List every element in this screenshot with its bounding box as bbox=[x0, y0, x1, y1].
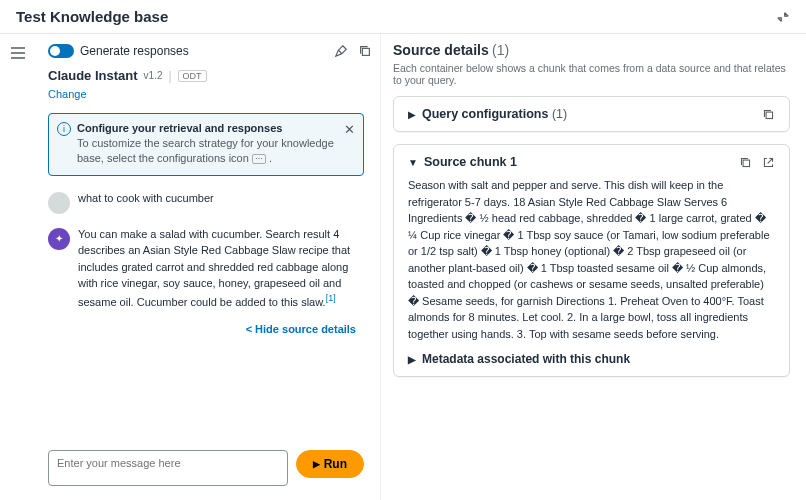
change-model-link[interactable]: Change bbox=[48, 88, 87, 100]
external-link-icon[interactable] bbox=[762, 156, 775, 169]
chevron-right-icon: ▶ bbox=[408, 109, 416, 120]
source-chunk-header[interactable]: ▼ Source chunk 1 bbox=[408, 155, 775, 169]
svg-rect-2 bbox=[743, 160, 750, 167]
broom-icon[interactable] bbox=[334, 44, 348, 58]
user-avatar bbox=[48, 192, 70, 214]
query-config-header[interactable]: ▶ Query configurations (1) bbox=[408, 107, 775, 121]
info-icon: i bbox=[57, 122, 71, 136]
info-title: Configure your retrieval and responses bbox=[77, 122, 337, 134]
generate-label: Generate responses bbox=[80, 44, 189, 58]
info-banner: i ✕ Configure your retrieval and respons… bbox=[48, 113, 364, 176]
svg-rect-1 bbox=[766, 112, 773, 119]
metadata-title: Metadata associated with this chunk bbox=[422, 352, 630, 366]
source-chunk-title: Source chunk 1 bbox=[424, 155, 733, 169]
source-details-title: Source details bbox=[393, 42, 489, 58]
metadata-header[interactable]: ▶ Metadata associated with this chunk bbox=[408, 352, 775, 366]
citation-link[interactable]: [1] bbox=[326, 293, 336, 303]
source-details-count: (1) bbox=[492, 42, 509, 58]
model-tag: ODT bbox=[178, 70, 207, 82]
copy-icon[interactable] bbox=[762, 108, 775, 121]
message-input[interactable] bbox=[48, 450, 288, 486]
info-text: To customize the search strategy for you… bbox=[77, 136, 337, 167]
page-title: Test Knowledge base bbox=[16, 8, 168, 25]
query-config-title: Query configurations bbox=[422, 107, 548, 121]
close-icon[interactable]: ✕ bbox=[344, 122, 355, 137]
query-config-count: (1) bbox=[552, 107, 567, 121]
copy-icon[interactable] bbox=[739, 156, 752, 169]
user-message: what to cook with cucumber bbox=[78, 190, 214, 214]
chevron-right-icon: ▶ bbox=[408, 354, 416, 365]
generate-toggle[interactable] bbox=[48, 44, 74, 58]
chunk-body-text: Season with salt and pepper and serve. T… bbox=[408, 177, 775, 342]
source-details-subtitle: Each container below shows a chunk that … bbox=[393, 62, 790, 86]
hide-source-link[interactable]: < Hide source details bbox=[246, 323, 356, 335]
collapse-icon[interactable] bbox=[776, 10, 790, 24]
bot-message: You can make a salad with cucumber. Sear… bbox=[78, 226, 364, 310]
config-dots-icon: ⋯ bbox=[252, 154, 266, 164]
hamburger-icon[interactable] bbox=[10, 46, 30, 60]
chevron-down-icon: ▼ bbox=[408, 157, 418, 168]
run-button[interactable]: Run bbox=[296, 450, 364, 478]
model-name: Claude Instant bbox=[48, 68, 138, 83]
svg-rect-0 bbox=[362, 48, 369, 55]
model-version: v1.2 bbox=[144, 70, 163, 81]
bot-avatar: ✦ bbox=[48, 228, 70, 250]
copy-icon[interactable] bbox=[358, 44, 372, 58]
